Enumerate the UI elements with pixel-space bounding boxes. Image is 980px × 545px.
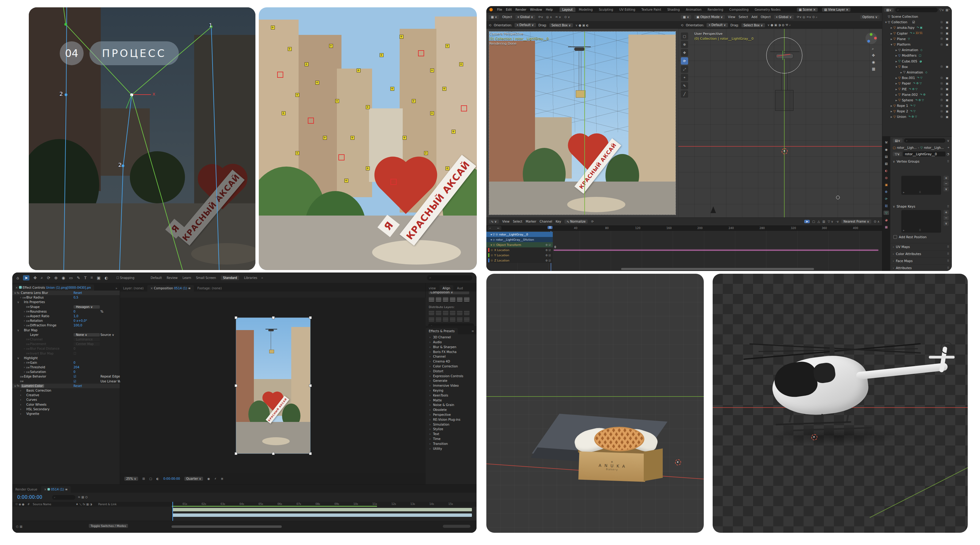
tracking-marker[interactable] [357, 68, 360, 72]
align-right-button[interactable] [443, 297, 449, 302]
add-rest-position[interactable]: Add Rest Position [893, 235, 927, 239]
rotate-tool[interactable]: ◉ [62, 276, 65, 280]
transform-tool[interactable]: ⌖ [681, 74, 688, 81]
menu-item[interactable]: Edit [506, 8, 512, 11]
workspace-tab[interactable]: Review [167, 276, 178, 280]
view-layout-icon[interactable]: ≣ [221, 477, 223, 480]
align-bottom-button[interactable] [464, 297, 469, 302]
panel-menu-icon[interactable]: ≡ [469, 328, 477, 334]
tracking-marker[interactable] [380, 53, 383, 57]
footage-viewer-tab[interactable]: Footage: (none) [194, 285, 225, 291]
current-time[interactable]: 0:00:00:00 [163, 477, 180, 480]
zoom-slider[interactable] [443, 525, 470, 528]
outliner-display-mode[interactable]: ▧∨ [884, 8, 894, 12]
preset-category[interactable]: ›Matte [426, 398, 477, 403]
rect-tool[interactable]: ▭ [69, 276, 73, 280]
pivot-icon[interactable]: ▢ [812, 220, 815, 223]
navigation-gizmo[interactable] [865, 32, 877, 44]
workspace-tab[interactable]: Sculpting [596, 7, 616, 12]
menu-item[interactable]: File [497, 8, 502, 11]
effect-property-row[interactable]: › sw Aspect Ratio 1,0 [12, 314, 120, 318]
outliner-item[interactable]: ▸ ▽ Rope 2 ↷ ▽ ☉ ▣ [882, 108, 952, 114]
timeline-search[interactable]: ⌕ [52, 495, 75, 500]
tracking-marker[interactable] [418, 50, 424, 56]
cursor-toggle[interactable]: ➤ [804, 220, 810, 223]
effect-property-row[interactable]: › Basic Correction [12, 388, 120, 393]
workspace-tab[interactable]: Geometry Nodes [752, 7, 783, 12]
align-left-button[interactable] [429, 297, 434, 302]
workspace-tab[interactable]: Rendering [705, 7, 726, 12]
mask-toggle-icon[interactable]: ▢ [149, 477, 152, 480]
timeline-view-icons[interactable]: ≋ ▦ ⛭ [78, 496, 88, 499]
camera-view-icon[interactable]: ◉ [872, 60, 875, 64]
drag-value[interactable]: Select Box ∨ [741, 23, 765, 27]
filter-icon[interactable]: ▽ ∨ [828, 220, 833, 223]
data-name-field[interactable]: rotor__LightGray__0 [903, 152, 945, 156]
copy-icon[interactable]: ▥ [822, 220, 825, 223]
workspace-tab[interactable]: Animation [683, 7, 705, 12]
resolution-dropdown[interactable]: Quarter ∨ [185, 477, 203, 481]
preset-category[interactable]: ›Generate [426, 378, 477, 383]
menu-item[interactable]: Object [761, 15, 771, 19]
material-tab[interactable]: ◕ [883, 218, 889, 222]
effect-property-row[interactable]: › Vignette [12, 412, 120, 416]
preset-category[interactable]: ›RE:Vision Plug-ins [426, 417, 477, 422]
add-button[interactable]: + [943, 210, 949, 215]
outliner-item[interactable]: ▸ ▽ Paper ↷ ⚙ ▽ ☉ ▣ [882, 81, 952, 86]
graph-ruler[interactable]: ⌕ ↔ 0 4080120160200240280320360400 [486, 226, 882, 231]
effect-property-row[interactable]: sw Channel Luminance [12, 337, 120, 342]
proportional-icon[interactable]: ◎ ∧ [546, 15, 552, 19]
render-tab[interactable]: ◉ [883, 147, 889, 152]
menu-item[interactable]: Window [530, 8, 542, 11]
outliner-item[interactable]: ▾ ▽ Box ☉ ▣ [882, 64, 952, 70]
workspace-tab[interactable]: Small Screen [196, 276, 216, 280]
workspace-tab[interactable]: Texture Paint [638, 7, 664, 12]
pen-tool[interactable]: ✎ [77, 276, 80, 280]
object-data-tab[interactable]: ▽ [883, 211, 889, 215]
composition-tab[interactable]: × Composition 0514 (1) ≡ [147, 285, 194, 291]
effect-property-row[interactable]: › sw Diffraction Fringe 100,0 [12, 323, 120, 327]
selection-handle[interactable] [272, 452, 275, 455]
tracking-marker[interactable] [277, 72, 283, 78]
proportional-icon[interactable]: ·∨ [836, 220, 839, 223]
tracking-marker[interactable] [308, 118, 314, 124]
magnet-icon[interactable]: ♒ ∨ [555, 15, 561, 19]
playhead[interactable] [172, 502, 173, 521]
preset-category[interactable]: ›Keying [426, 388, 477, 393]
outliner-item[interactable]: ▸ ▽ Copter ↷ ⌖ 33 51 ☉ ▣ [882, 31, 952, 36]
outliner-item[interactable]: ▸ ▽ Union ↷ ⚙ ▽ ☉ ▣ [882, 114, 952, 119]
tracking-marker[interactable] [305, 62, 309, 66]
preset-category[interactable]: ›Simulation [426, 422, 477, 427]
hand-tool[interactable]: ✥ [33, 276, 37, 280]
workspace-tab[interactable]: Standard [221, 276, 239, 280]
orbit-tool[interactable]: ⟳ [47, 276, 50, 280]
outliner-item[interactable]: ▸ ▽ Animation ◇ [882, 70, 952, 75]
collapsed-panel[interactable]: ›Color Attributes⠿ [890, 250, 952, 257]
preset-category[interactable]: ›Distort [426, 369, 477, 373]
collapsed-panel[interactable]: ›Face Maps⠿ [890, 257, 952, 264]
effect-property-row[interactable]: ∨ Blur Map [12, 328, 120, 332]
effect-property-row[interactable]: ∨ fx Camera Lens Blur Reset [12, 291, 120, 295]
measure-tool[interactable]: ╱ [681, 90, 688, 98]
outliner-item[interactable]: ▸ ▽ Box.001 ↷ ▽ ☉ ▣ [882, 75, 952, 81]
camera-viewport[interactable]: КРАСНЫЙ АКСАЙ Camera Perspective (0) Col… [486, 29, 678, 218]
tracking-marker[interactable] [452, 130, 455, 133]
effects-presets-tab[interactable]: Effects & Presets [426, 328, 458, 334]
orientation-value[interactable]: ⌖ Default ∨ [706, 23, 728, 27]
playhead-frame[interactable]: 0 [547, 226, 552, 229]
menu-item[interactable]: View [728, 15, 735, 19]
mode-dropdown[interactable]: ▣ Object Mode ∨ [694, 15, 725, 19]
preset-category[interactable]: ›Stylize [426, 427, 477, 432]
tracking-marker[interactable] [339, 154, 345, 160]
tracking-marker[interactable] [366, 105, 370, 109]
tracking-marker[interactable] [442, 87, 446, 91]
tracking-marker[interactable] [315, 81, 319, 84]
remove-button[interactable]: − [943, 216, 949, 220]
tool-tab[interactable]: ⚒ [883, 140, 889, 145]
region-of-interest-icon[interactable]: ◐ [156, 477, 159, 480]
effect-property-row[interactable]: sw Edge Behavior ☑ Repeat Edge Pixels [12, 374, 120, 379]
toggle-switches-button[interactable]: Toggle Switches / Modes [89, 524, 128, 528]
type-tool[interactable]: T [84, 276, 87, 280]
scale-tool[interactable]: ⤢ [681, 65, 688, 73]
tracking-marker[interactable] [412, 99, 415, 103]
